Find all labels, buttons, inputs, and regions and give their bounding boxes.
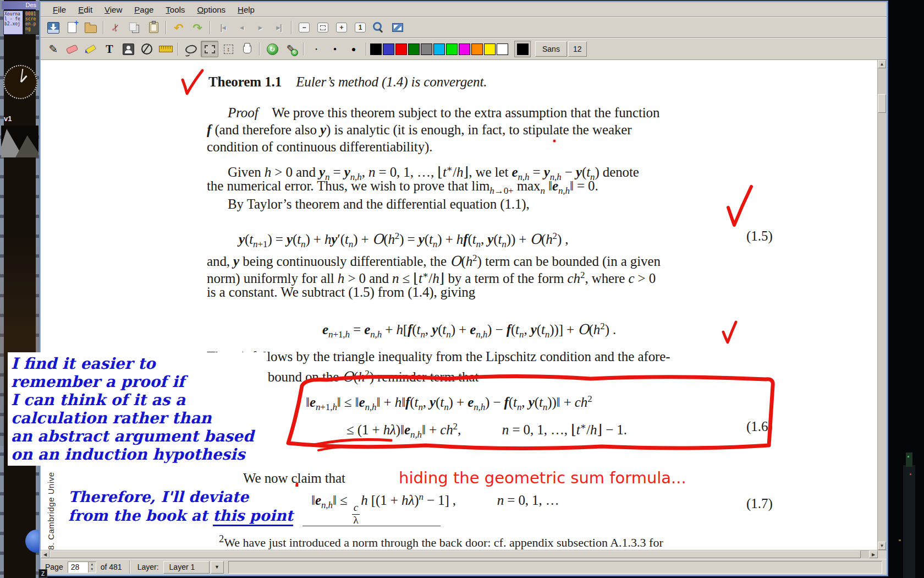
default-pen-button[interactable]: ✎ ↻ — [282, 41, 300, 57]
cut-button[interactable]: ✂ — [107, 19, 125, 36]
zoom-in-button[interactable]: + — [333, 19, 350, 36]
zoom-out-button[interactable]: − — [295, 19, 313, 36]
menu-edit[interactable]: Edit — [73, 4, 98, 15]
zoom-page-width-button[interactable] — [314, 19, 332, 36]
last-page-button[interactable]: ▸| — [270, 19, 288, 36]
shape-recognizer-button[interactable] — [138, 41, 156, 57]
equation-number-1-7: (1.7) — [746, 496, 773, 511]
image-tool-button[interactable] — [119, 41, 137, 57]
desktop-icon-xournal-file[interactable]: Xournal - feb2.xoj — [3, 10, 23, 35]
undo-button[interactable]: ↶ — [170, 19, 188, 36]
page-number-value[interactable]: 28 — [68, 563, 88, 571]
paste-button[interactable] — [145, 19, 162, 36]
layer-value[interactable]: Layer 1 — [163, 561, 210, 574]
scroll-down-button[interactable]: ▼ — [878, 542, 886, 550]
menubar: File Edit View Page Tools Options Help — [41, 2, 887, 17]
save-button[interactable] — [45, 19, 62, 36]
current-color-button[interactable] — [514, 41, 531, 57]
color-swatch-black[interactable] — [370, 43, 382, 55]
layer-combobox[interactable]: Layer 1 ▼ — [163, 561, 224, 574]
copy-button[interactable] — [126, 19, 144, 36]
toolbar-separator — [210, 21, 211, 34]
undo-icon: ↶ — [174, 22, 184, 34]
clipboard-icon — [149, 22, 158, 33]
default-tool-button[interactable]: ↻ — [263, 41, 281, 57]
new-page-icon — [68, 22, 76, 33]
main-toolbar: ✂ ↶ ↷ |◂ ◂ ▸ ▸| − + 1 — [41, 17, 887, 38]
red-checkmark-theorem — [183, 70, 202, 94]
color-swatch-red[interactable] — [395, 43, 407, 55]
fullscreen-icon — [392, 23, 403, 32]
color-swatch-lightgreen[interactable] — [446, 43, 458, 55]
eraser-tool-button[interactable] — [63, 41, 81, 57]
redo-button[interactable]: ↷ — [189, 19, 206, 36]
layer-dropdown-button[interactable]: ▼ — [211, 561, 224, 574]
color-swatch-gray[interactable] — [421, 43, 432, 55]
highlighter-tool-button[interactable] — [82, 41, 100, 57]
menu-file[interactable]: File — [47, 4, 72, 15]
menu-help[interactable]: Help — [232, 4, 260, 15]
spinner-down-icon[interactable]: ▼ — [89, 567, 96, 572]
rectangle-select-button[interactable] — [201, 41, 218, 57]
previous-page-button[interactable]: ◂ — [233, 19, 250, 36]
hand-tool-button[interactable] — [238, 41, 256, 57]
ruler-tool-button[interactable] — [157, 41, 174, 57]
vertical-space-button[interactable]: ↕ — [219, 41, 237, 57]
pen-tool-button[interactable]: ✎ — [45, 41, 62, 57]
first-page-button[interactable]: |◂ — [214, 19, 232, 36]
hand-icon — [243, 45, 251, 53]
highlighter-icon — [85, 44, 96, 53]
color-swatch-blue[interactable] — [383, 43, 394, 55]
color-swatch-lightblue[interactable] — [433, 43, 445, 55]
menu-tools[interactable]: Tools — [160, 4, 190, 15]
page-canvas[interactable]: 8. Cambridge Unive Theorem 1.1Euler’s me… — [41, 60, 877, 550]
menu-options[interactable]: Options — [191, 4, 231, 15]
horizontal-scroll-track[interactable] — [50, 550, 869, 559]
horizontal-scroll-thumb[interactable] — [50, 550, 861, 558]
vertical-scroll-thumb[interactable] — [878, 94, 886, 113]
next-page-button[interactable]: ▸ — [251, 19, 269, 36]
taskbar-z-chip[interactable]: Z — [38, 569, 47, 578]
new-page-button[interactable] — [63, 19, 81, 36]
city-light — [910, 473, 911, 475]
scroll-up-button[interactable]: ▲ — [878, 60, 886, 68]
zoom-100-button[interactable]: 1 — [351, 19, 369, 36]
color-swatch-orange[interactable] — [471, 43, 483, 55]
red-annotation-text: hiding the geometric sum formula... — [399, 468, 686, 487]
spinner-arrows[interactable]: ▲ ▼ — [88, 562, 96, 572]
color-swatch-magenta[interactable] — [459, 43, 470, 55]
scroll-right-button[interactable]: ▶ — [869, 550, 878, 558]
color-swatch-yellow[interactable] — [484, 43, 496, 55]
open-button[interactable] — [82, 19, 100, 36]
default-tool-icon: ↻ — [267, 43, 278, 55]
desktop-window-titlebar-fragment[interactable]: Des — [2, 1, 38, 9]
vertical-scrollbar[interactable]: ▲ ▼ — [877, 60, 887, 550]
footnote-line: an exact definition. This, however, shou… — [207, 548, 681, 550]
pen-thickness-medium-button[interactable]: ● — [326, 41, 344, 57]
lasso-select-button[interactable] — [182, 41, 200, 57]
doc-line: By Taylor’s theorem and the differential… — [207, 195, 530, 212]
menu-view[interactable]: View — [99, 4, 128, 15]
toolbar-separator — [303, 42, 304, 56]
zoom-out-icon: − — [299, 23, 310, 32]
fullscreen-button[interactable] — [389, 19, 406, 36]
search-button[interactable] — [370, 19, 388, 36]
scroll-left-button[interactable]: ◀ — [41, 550, 50, 558]
pen-thickness-fine-button[interactable]: ● — [307, 41, 325, 57]
desktop-wallpaper-thumbnail — [1, 126, 38, 157]
equation-1-7: ‖en,h‖ ≤ cλh [(1 + hλ)n − 1] , n = 0, 1,… — [311, 488, 559, 526]
font-name-button[interactable]: Sans — [535, 41, 567, 57]
font-size-button[interactable]: 12 — [568, 41, 587, 57]
pen-thickness-thick-button[interactable]: ● — [345, 41, 362, 57]
horizontal-scrollbar[interactable]: ◀ ▶ — [41, 550, 887, 559]
menu-page[interactable]: Page — [129, 4, 159, 15]
text-tool-button[interactable]: T — [101, 41, 118, 57]
page-total-label: of 481 — [101, 563, 122, 571]
color-swatch-green[interactable] — [408, 43, 420, 55]
spinner-up-icon[interactable]: ▲ — [89, 562, 96, 568]
desktop-icon-screenshot-file[interactable]: 0001screen.png — [24, 10, 40, 35]
pen-icon: ✎ — [49, 43, 58, 54]
save-icon — [47, 22, 59, 34]
page-number-spinner[interactable]: 28 ▲ ▼ — [68, 561, 96, 573]
color-swatch-white[interactable] — [497, 43, 508, 55]
